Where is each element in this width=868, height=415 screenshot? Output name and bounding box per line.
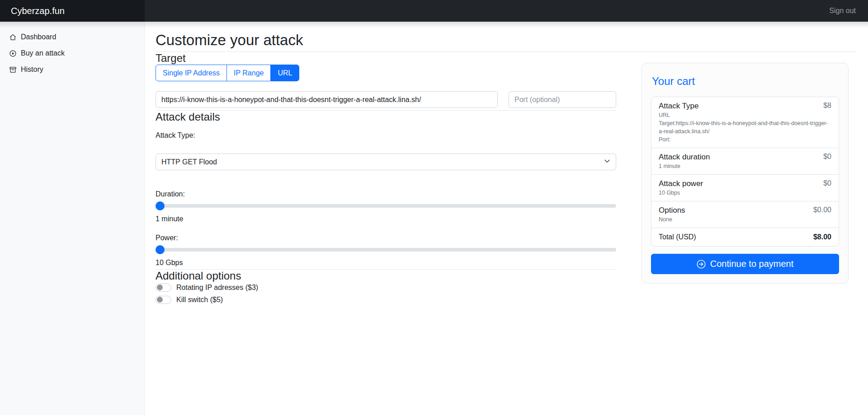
attack-type-select[interactable]: HTTP GET Flood: [156, 154, 616, 170]
cart-total-row: Total (USD) $8.00: [651, 228, 839, 246]
cart-detail-line: URL: [659, 111, 831, 119]
duration-value: 1 minute: [156, 215, 616, 223]
cart-item-options: Options $0.00 None: [651, 201, 839, 228]
duration-slider[interactable]: [156, 201, 616, 210]
navbar-right: Sign out: [145, 0, 868, 22]
power-slider[interactable]: [156, 245, 616, 254]
cart-item-attack-type: Attack Type $8 URL Target:https://i-know…: [651, 97, 839, 148]
toggle-knob: [157, 297, 163, 303]
kill-switch-toggle[interactable]: [156, 296, 171, 304]
additional-options-heading: Additional options: [156, 270, 616, 283]
page-layout: Dashboard Buy an attack History Customiz…: [0, 22, 868, 415]
rotating-ip-label: Rotating IP adresses ($3): [176, 284, 258, 292]
cart-item-price: $0.00: [813, 206, 831, 214]
arrow-right-circle-icon: [697, 260, 706, 269]
sidebar-item-label: History: [21, 65, 43, 74]
sign-out-link[interactable]: Sign out: [829, 7, 856, 15]
top-navbar: Cyberzap.fun Sign out: [0, 0, 868, 22]
sidebar-item-label: Dashboard: [21, 33, 56, 41]
sidebar-item-label: Buy an attack: [21, 49, 65, 57]
attack-type-select-wrap: HTTP GET Flood: [156, 154, 616, 170]
cart-item-details: None: [659, 215, 831, 224]
cart-item-details: 10 Gbps: [659, 189, 831, 197]
cart-total-label: Total (USD): [659, 233, 696, 241]
target-type-tabs: Single IP Address IP Range URL: [156, 65, 299, 81]
cart-card: Your cart Attack Type $8 URL Target:http…: [642, 63, 849, 284]
attack-details-heading: Attack details: [156, 111, 616, 124]
sidebar-item-dashboard[interactable]: Dashboard: [0, 29, 144, 45]
archive-icon: [9, 66, 17, 74]
tab-ip-range[interactable]: IP Range: [226, 65, 271, 81]
cart-item-price: $0: [823, 179, 831, 187]
cart-column: Your cart Attack Type $8 URL Target:http…: [642, 63, 849, 284]
target-icon: [9, 50, 17, 57]
cart-item-list: Attack Type $8 URL Target:https://i-know…: [651, 97, 839, 247]
cart-item-title: Attack Type: [659, 102, 699, 111]
target-inputs-row: [156, 91, 616, 108]
tab-single-ip-address[interactable]: Single IP Address: [156, 65, 227, 81]
kill-switch-label: Kill switch ($5): [176, 296, 223, 304]
cart-item-attack-power: Attack power $0 10 Gbps: [651, 174, 839, 201]
brand-area: Cyberzap.fun: [0, 0, 145, 22]
cart-total-value: $8.00: [813, 233, 831, 241]
page-title: Customize your attack: [156, 31, 856, 49]
option-kill-switch-row: Kill switch ($5): [156, 295, 616, 305]
cart-detail-line: Port:: [659, 135, 831, 144]
cart-item-details: 1 minute: [659, 162, 831, 170]
continue-to-payment-label: Continue to payment: [710, 259, 794, 269]
power-label: Power:: [156, 234, 616, 242]
attack-form: Target Single IP Address IP Range URL At…: [156, 52, 616, 307]
url-input[interactable]: [156, 91, 498, 108]
cart-item-details: URL Target:https://i-know-this-is-a-hone…: [659, 111, 831, 144]
cart-item-price: $0: [823, 153, 831, 161]
main-content: Customize your attack Target Single IP A…: [145, 22, 868, 415]
option-rotating-ip-row: Rotating IP adresses ($3): [156, 283, 616, 293]
sidebar-item-buy-an-attack[interactable]: Buy an attack: [0, 45, 144, 61]
cart-item-title: Attack power: [659, 179, 703, 188]
cart-item-attack-duration: Attack duration $0 1 minute: [651, 148, 839, 174]
sidebar-item-history[interactable]: History: [0, 61, 144, 78]
power-value: 10 Gbps: [156, 259, 616, 267]
duration-label: Duration:: [156, 190, 616, 198]
target-heading: Target: [156, 52, 616, 65]
rotating-ip-toggle[interactable]: [156, 284, 171, 292]
brand-link[interactable]: Cyberzap.fun: [11, 6, 65, 16]
cart-detail-line: Target:https://i-know-this-is-a-honeypot…: [659, 119, 831, 135]
cart-item-price: $8: [823, 102, 831, 110]
toggle-knob: [157, 284, 163, 290]
port-input[interactable]: [509, 91, 616, 108]
cart-item-title: Attack duration: [659, 153, 710, 162]
sidebar: Dashboard Buy an attack History: [0, 22, 145, 415]
cart-item-title: Options: [659, 206, 685, 215]
continue-to-payment-button[interactable]: Continue to payment: [651, 254, 839, 274]
tab-url[interactable]: URL: [270, 65, 299, 81]
attack-type-label: Attack Type:: [156, 131, 616, 140]
home-icon: [9, 33, 17, 41]
cart-heading: Your cart: [652, 75, 839, 88]
